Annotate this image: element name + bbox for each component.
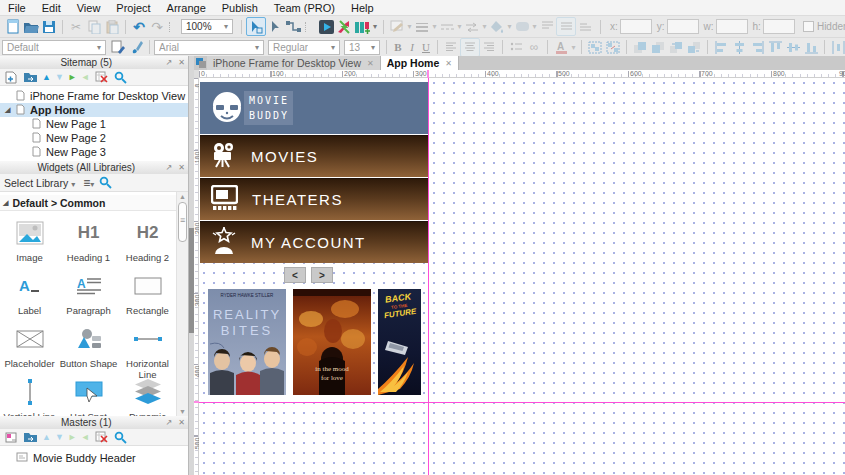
style-brush-icon[interactable] <box>127 39 145 56</box>
sitemap-item-iphone-frame[interactable]: iPhone Frame for Desktop View <box>0 89 188 103</box>
pen-style-icon[interactable] <box>388 18 406 35</box>
vertical-align-top-icon[interactable] <box>538 18 556 35</box>
widget-paragraph[interactable]: A Paragraph <box>59 269 118 316</box>
widget-hot-spot[interactable]: Hot Spot <box>59 375 118 422</box>
fill-bucket-icon[interactable] <box>488 18 506 35</box>
search-icon[interactable] <box>113 429 128 446</box>
add-master-icon[interactable] <box>4 429 18 446</box>
align-center-objects-icon[interactable] <box>730 39 748 56</box>
indent-icon[interactable]: ► <box>68 73 77 82</box>
font-size-select[interactable]: 13▾ <box>344 40 380 55</box>
outdent-icon[interactable]: ◄ <box>81 433 90 442</box>
close-tab-icon[interactable]: ✕ <box>367 59 374 68</box>
widget-button-shape[interactable]: Button Shape <box>59 322 118 369</box>
menu-file[interactable]: File <box>0 0 34 15</box>
save-icon[interactable] <box>40 18 58 35</box>
scroll-down-icon[interactable]: ▼ <box>179 408 186 415</box>
move-down-icon[interactable]: ▼ <box>55 73 64 82</box>
poster-back-to-the-future[interactable]: BACK TO THE FUTURE <box>378 289 421 395</box>
select-tool[interactable] <box>246 17 266 36</box>
delete-page-icon[interactable] <box>94 69 109 86</box>
library-options-icon[interactable]: ≡▾ <box>83 176 94 190</box>
widget-vertical-line[interactable]: Vertical Line <box>0 375 59 422</box>
group-icon[interactable] <box>586 39 604 56</box>
paste-icon[interactable] <box>103 18 121 35</box>
close-tab-icon[interactable]: ✕ <box>445 59 452 68</box>
font-family-select[interactable]: Arial▾ <box>154 40 264 55</box>
popout-icon[interactable]: ↗ <box>163 163 176 172</box>
y-field[interactable] <box>667 19 699 34</box>
fill-color-icon[interactable] <box>513 18 531 35</box>
bring-to-front-icon[interactable] <box>631 39 649 56</box>
carousel-next-button[interactable]: > <box>311 267 333 283</box>
open-file-icon[interactable] <box>22 18 40 35</box>
bullet-list-icon[interactable] <box>507 39 525 56</box>
search-icon[interactable] <box>113 69 128 86</box>
menu-team[interactable]: Team (PRO) <box>266 0 343 15</box>
menu-arrange[interactable]: Arrange <box>159 0 214 15</box>
align-middle-objects-icon[interactable] <box>784 39 802 56</box>
widget-heading-1[interactable]: H1 Heading 1 <box>59 216 118 263</box>
vertical-align-middle-icon[interactable] <box>556 17 576 36</box>
format-painter-icon[interactable] <box>109 39 127 56</box>
select-library-button[interactable]: Select Library ▾ <box>4 177 75 189</box>
align-top-objects-icon[interactable] <box>766 39 784 56</box>
ungroup-icon[interactable] <box>604 39 622 56</box>
popout-icon[interactable]: ↗ <box>163 418 176 427</box>
horizontal-guide[interactable] <box>199 402 845 403</box>
popout-icon[interactable]: ↗ <box>163 58 176 67</box>
widget-image[interactable]: Image <box>0 216 59 263</box>
manage-libraries-icon[interactable] <box>353 18 371 35</box>
close-icon[interactable]: ✕ <box>175 163 188 172</box>
add-page-icon[interactable] <box>4 69 18 86</box>
add-folder-icon[interactable] <box>22 69 38 86</box>
copy-icon[interactable] <box>85 18 103 35</box>
widget-style-select[interactable]: Default▾ <box>2 40 106 55</box>
mockup-logo[interactable]: MOVIEBUDDY <box>244 91 293 125</box>
search-icon[interactable] <box>98 174 113 191</box>
align-left-objects-icon[interactable] <box>712 39 730 56</box>
widget-heading-2[interactable]: H2 Heading 2 <box>118 216 177 263</box>
chevron-down-icon[interactable]: ▾ <box>371 18 379 35</box>
tree-expand-icon[interactable]: ◢ <box>5 106 10 114</box>
underline-button[interactable]: U <box>419 41 433 53</box>
font-color-icon[interactable]: A <box>552 39 570 56</box>
carousel-prev-button[interactable]: < <box>284 267 306 283</box>
sitemap-item-new-page-3[interactable]: New Page 3 <box>0 145 188 159</box>
tab-app-home[interactable]: App Home✕ <box>381 56 459 70</box>
tab-iphone-frame[interactable]: iPhone Frame for Desktop View✕ <box>207 56 381 70</box>
connector-tool[interactable] <box>284 18 302 35</box>
move-down-icon[interactable]: ▼ <box>55 433 64 442</box>
indent-icon[interactable]: ► <box>68 433 77 442</box>
send-backward-icon[interactable] <box>685 39 703 56</box>
design-canvas[interactable]: MOVIEBUDDY MOVIES <box>199 78 845 475</box>
poster-reality-bites[interactable]: RYDER HAWKE STILLER REALITY BITES <box>208 289 286 395</box>
line-width-icon[interactable] <box>413 18 431 35</box>
outdent-icon[interactable]: ◄ <box>81 73 90 82</box>
add-folder-icon[interactable] <box>22 429 38 446</box>
font-weight-select[interactable]: Regular▾ <box>268 40 340 55</box>
move-up-icon[interactable]: ▲ <box>42 73 51 82</box>
scroll-up-icon[interactable]: ▲ <box>179 193 186 200</box>
align-bottom-objects-icon[interactable] <box>802 39 820 56</box>
mockup-nav-theaters[interactable]: THEATERS <box>200 178 428 220</box>
poster-in-the-mood-for-love[interactable]: in the mood for love <box>293 289 371 395</box>
vertical-align-bottom-icon[interactable] <box>576 18 594 35</box>
sitemap-item-new-page-1[interactable]: New Page 1 <box>0 117 188 131</box>
w-field[interactable] <box>716 19 748 34</box>
widget-label[interactable]: A Label <box>0 269 59 316</box>
pages-icon[interactable] <box>194 56 207 70</box>
cut-icon[interactable]: ✂ <box>67 18 85 35</box>
preview-icon[interactable] <box>317 18 335 35</box>
sitemap-item-app-home[interactable]: ◢ App Home <box>0 103 188 117</box>
menu-project[interactable]: Project <box>108 0 158 15</box>
widgets-scrollbar-thumb[interactable] <box>178 202 187 242</box>
bring-forward-icon[interactable] <box>667 39 685 56</box>
h-field[interactable] <box>763 19 795 34</box>
line-style-icon[interactable] <box>438 18 456 35</box>
mockup-nav-movies[interactable]: MOVIES <box>200 135 428 177</box>
italic-button[interactable]: I <box>405 41 419 53</box>
close-icon[interactable]: ✕ <box>175 418 188 427</box>
menu-publish[interactable]: Publish <box>214 0 266 15</box>
widget-section-header[interactable]: ◢ Default > Common <box>0 195 177 211</box>
